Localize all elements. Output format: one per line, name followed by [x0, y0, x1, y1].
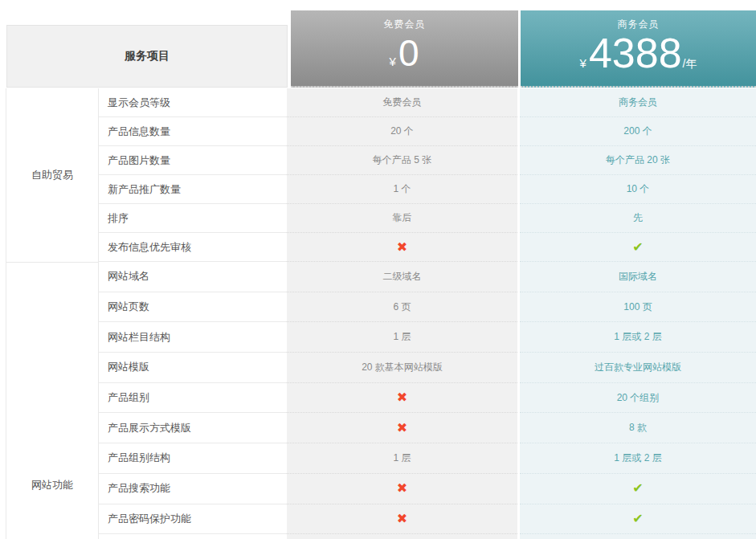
check-icon: ✔: [632, 482, 643, 495]
feature-name: 显示会员等级: [99, 88, 287, 117]
table-row: 产品组别✖20 个组别: [99, 383, 756, 414]
free-plan-value: ✖: [287, 474, 517, 504]
check-icon: ✔: [632, 512, 643, 525]
section-website-features: 网站功能网站域名二级域名国际域名网站页数6 页100 页网站栏目结构1 层1 层…: [6, 262, 756, 539]
feature-name: 网站域名: [99, 262, 287, 292]
currency-symbol: ¥: [390, 55, 396, 68]
price-amount: 0: [398, 32, 419, 74]
section-self-trade: 自助贸易显示会员等级免费会员商务会员产品信息数量20 个200 个产品图片数量每…: [6, 88, 756, 262]
free-plan-value: 6 页: [287, 292, 517, 323]
free-plan-value: 1 层: [287, 322, 517, 353]
feature-name: 网站页数: [99, 292, 287, 323]
table-row: 产品组别结构1 层1 层或 2 层: [99, 443, 756, 474]
table-header: 服务项目 免费会员 ¥ 0 商务会员 ¥ 4388 /年: [0, 10, 756, 88]
price-suffix: /年: [683, 57, 697, 71]
table-row: 产品展示方式模版✖8 款: [99, 413, 756, 443]
feature-name: 产品信息数量: [99, 117, 287, 146]
table-row: 排序靠后先: [99, 204, 756, 233]
feature-name: 网站栏目结构: [99, 322, 287, 353]
feature-name: 新产品推广数量: [99, 175, 287, 204]
category-cell: 自助贸易: [6, 88, 99, 262]
table-row: 网站模版20 款基本网站模版过百款专业网站模版: [99, 353, 756, 383]
free-plan-value: 每个产品 5 张: [287, 146, 517, 175]
cross-icon: ✖: [397, 512, 407, 525]
free-plan-value: [287, 534, 517, 539]
free-plan-value: ✖: [287, 504, 517, 535]
business-plan-value: 1 层或 2 层: [520, 443, 756, 474]
table-row: 显示会员等级免费会员商务会员: [99, 88, 756, 117]
category-label: 自助贸易: [6, 168, 98, 182]
feature-name: 网站模版: [99, 353, 287, 383]
business-plan-header[interactable]: 商务会员 ¥ 4388 /年: [521, 10, 756, 88]
business-plan-value: 国际域名: [520, 262, 756, 292]
business-plan-value: 8 款: [520, 413, 756, 443]
cross-icon: ✖: [397, 391, 407, 404]
table-row: 产品图片数量每个产品 5 张每个产品 20 张: [99, 146, 756, 175]
services-header-cell: 服务项目: [6, 25, 288, 88]
price-amount: 4388: [589, 32, 682, 74]
feature-name: 产品组别结构: [99, 443, 287, 474]
feature-name: 产品密码保护功能: [99, 504, 287, 535]
currency-symbol: ¥: [580, 56, 586, 70]
cross-icon: ✖: [397, 241, 407, 254]
feature-name: 产品图片数量: [99, 146, 287, 175]
business-plan-value: ✔: [520, 474, 756, 504]
clipped-row: [99, 534, 756, 539]
feature-name: [99, 534, 287, 539]
membership-pricing-table: 服务项目 免费会员 ¥ 0 商务会员 ¥ 4388 /年 自助贸易显示会员等级免…: [0, 0, 756, 539]
table-row: 产品搜索功能✖✔: [99, 474, 756, 504]
business-plan-value: 10 个: [520, 175, 756, 204]
table-row: 网站页数6 页100 页: [99, 292, 756, 323]
cross-icon: ✖: [397, 482, 407, 495]
table-row: 发布信息优先审核✖✔: [99, 233, 756, 262]
feature-name: 发布信息优先审核: [99, 233, 287, 262]
business-plan-price: ¥ 4388 /年: [521, 32, 756, 74]
free-plan-header[interactable]: 免费会员 ¥ 0: [291, 10, 518, 88]
cross-icon: ✖: [397, 422, 407, 435]
business-plan-value: 1 层或 2 层: [520, 322, 756, 353]
table-row: 产品信息数量20 个200 个: [99, 117, 756, 146]
feature-name: 产品搜索功能: [99, 474, 287, 504]
business-plan-value: 过百款专业网站模版: [520, 353, 756, 383]
free-plan-value: 免费会员: [287, 88, 517, 117]
table-row: 产品密码保护功能✖✔: [99, 504, 756, 535]
table-row: 新产品推广数量1 个10 个: [99, 175, 756, 204]
free-plan-value: 靠后: [287, 204, 517, 233]
feature-name: 排序: [99, 204, 287, 233]
check-icon: ✔: [632, 241, 643, 254]
business-plan-value: 先: [520, 204, 756, 233]
table-row: 网站栏目结构1 层1 层或 2 层: [99, 322, 756, 353]
business-plan-value: 商务会员: [520, 88, 756, 117]
table-row: 网站域名二级域名国际域名: [99, 262, 756, 292]
business-plan-value: [520, 534, 756, 539]
free-plan-value: ✖: [287, 233, 517, 262]
category-cell: 网站功能: [6, 262, 99, 539]
category-label: 网站功能: [6, 478, 98, 492]
free-plan-value: 二级域名: [287, 262, 517, 292]
business-plan-value: 20 个组别: [520, 383, 756, 414]
free-plan-price: ¥ 0: [291, 32, 518, 74]
free-plan-value: ✖: [287, 383, 517, 414]
business-plan-value: 每个产品 20 张: [520, 146, 756, 175]
business-plan-value: 100 页: [520, 292, 756, 323]
business-plan-value: 200 个: [520, 117, 756, 146]
free-plan-value: 20 个: [287, 117, 517, 146]
free-plan-value: 1 个: [287, 175, 517, 204]
free-plan-value: 1 层: [287, 443, 517, 474]
feature-name: 产品组别: [99, 383, 287, 414]
table-body: 自助贸易显示会员等级免费会员商务会员产品信息数量20 个200 个产品图片数量每…: [6, 88, 756, 539]
feature-name: 产品展示方式模版: [99, 413, 287, 443]
free-plan-name: 免费会员: [291, 18, 518, 31]
business-plan-value: ✔: [520, 504, 756, 535]
business-plan-value: ✔: [520, 233, 756, 262]
services-header-label: 服务项目: [125, 49, 170, 63]
free-plan-value: ✖: [287, 413, 517, 443]
free-plan-value: 20 款基本网站模版: [287, 353, 517, 383]
